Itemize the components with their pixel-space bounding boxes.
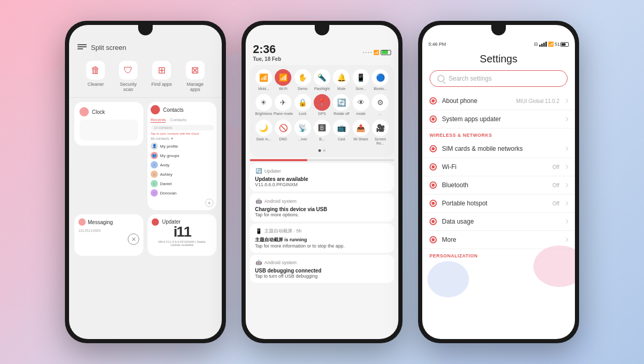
sim-cards-label: SIM cards & mobile networks (442, 145, 559, 152)
theme-notif-icon: 📱 (255, 228, 262, 235)
android-notif-icon-2: 🤖 (255, 259, 262, 266)
andy-avatar: A (151, 161, 158, 168)
wifi-chevron (564, 165, 568, 169)
qs-cast[interactable]: 📺 Cast (332, 120, 351, 146)
qs-bluetooth[interactable]: 🔵 Blueto... (371, 69, 390, 91)
wifi-radio (430, 163, 437, 171)
qs-mobile[interactable]: 📶 Mobi... (254, 69, 273, 91)
usb-charging-body: Tap for more options. (255, 212, 389, 217)
contacts-header: Contacts (151, 105, 213, 114)
clock-card[interactable]: Clock (74, 102, 143, 146)
qs-mute[interactable]: 🔔 Mute (332, 69, 351, 91)
qs-mi-share[interactable]: 📤 Mi Share (351, 120, 370, 146)
phone-1-header: Split screen (69, 40, 222, 56)
qs-brightness[interactable]: ☀ Brightness (254, 94, 273, 116)
hotspot-label: Portable hotspot (442, 200, 547, 207)
system-apps-updater-item[interactable]: System apps updater (422, 110, 575, 128)
contact-donovan[interactable]: D Donovan (151, 188, 213, 198)
i11-logo: i11 (173, 224, 191, 240)
usb-charging-notification[interactable]: 🤖 Android system Charging this device vi… (250, 193, 394, 222)
contact-andy[interactable]: A Andy (151, 160, 213, 170)
my-profile-name: My profile (160, 144, 178, 149)
updater-notification[interactable]: 🔄 Updater Updates are available V11.0.6.… (250, 163, 394, 191)
daniel-name: Daniel (160, 181, 172, 186)
updater-notif-title: Updates are available (255, 176, 389, 182)
phone-1-title: Split screen (91, 44, 126, 51)
theme-notif-header: 📱 主题自动截屏 · 5h (255, 228, 389, 235)
qs-row-3: 🌙 Dark m... 🚫 DND 📡 ...rver 🅱 B... (254, 120, 390, 146)
qs-flashlight[interactable]: 🔦 Flashlight (312, 69, 331, 91)
qs-airplane-label: Plane mode (273, 112, 292, 116)
qs-dnd[interactable]: 🚫 DND (273, 120, 292, 146)
recents-tab[interactable]: Recents (151, 118, 166, 123)
about-phone-radio (430, 97, 437, 105)
sim-cards-item[interactable]: SIM cards & mobile networks (422, 140, 575, 158)
messaging-number: 18135219889 (78, 228, 139, 233)
qs-airplane[interactable]: ✈ Plane mode (273, 94, 292, 116)
qs-cast-label: Cast (338, 137, 345, 141)
qs-screen-rec-icon: 🎥 (372, 120, 388, 136)
qs-mode[interactable]: 👁 mode (351, 94, 370, 116)
ashley-avatar: A (151, 171, 158, 178)
contact-daniel[interactable]: D Daniel (151, 179, 213, 188)
version-text: MIUI V11.0.6.0.PFGINXM | StableUpdate av… (158, 240, 206, 246)
qs-gps[interactable]: 📍 GPS (312, 94, 331, 116)
qs-gps-label: GPS (318, 112, 326, 116)
security-scan-action[interactable]: 🛡 Securityscan (119, 61, 138, 92)
qs-rotate[interactable]: 🔄 Rotate off (332, 94, 351, 116)
p2-time: 2:36 (253, 43, 281, 56)
manage-apps-action[interactable]: ⊠ Manageapps (186, 61, 205, 92)
qs-wifi-icon: 📶 (275, 69, 291, 86)
qs-server[interactable]: 📡 ...rver (293, 120, 312, 146)
wifi-item[interactable]: Wi-Fi Off (422, 158, 575, 176)
qs-flashlight-label: Flashlight (314, 87, 330, 91)
clock-dot (79, 107, 89, 116)
qs-more[interactable]: ⚙ ... (371, 94, 390, 116)
contacts-card[interactable]: Contacts Recents Contacts 14 contacts Ta… (147, 102, 217, 210)
qs-lock[interactable]: 🔒 Lock (293, 94, 312, 116)
data-usage-item[interactable]: Data usage (422, 213, 575, 231)
contacts-tab[interactable]: Contacts (170, 118, 186, 123)
p3-time: 5:46 PM (428, 42, 446, 47)
bluetooth-item[interactable]: Bluetooth Off (422, 176, 575, 194)
bluetooth-chevron (564, 183, 568, 187)
daniel-avatar: D (151, 180, 158, 187)
usb-debug-notification[interactable]: 🤖 Android system USB debugging connected… (250, 255, 394, 283)
charging-progress-bar (250, 159, 394, 161)
messaging-dot (78, 218, 86, 226)
qs-dark[interactable]: 🌙 Dark m... (254, 120, 273, 146)
messaging-expand-icon[interactable]: ✕ (128, 233, 139, 245)
theme-notif-chinese-title: 主题自动截屏 is running (255, 237, 389, 243)
theme-notification[interactable]: 📱 主题自动截屏 · 5h 主题自动截屏 is running Tap for … (250, 224, 394, 253)
updater-notif-icon: 🔄 (255, 167, 262, 175)
qs-mi-share-icon: 📤 (353, 120, 369, 136)
about-phone-item[interactable]: About phone MIUI Global 11.0.2 (422, 92, 575, 110)
contacts-label: Contacts (163, 107, 183, 113)
qs-lock-label: Lock (299, 112, 306, 116)
qs-b[interactable]: 🅱 B... (312, 120, 331, 146)
qs-wifi[interactable]: 📶 Wi-Fi (273, 69, 292, 91)
qs-screen-rec[interactable]: 🎥 Screen Re... (371, 120, 390, 146)
messaging-card[interactable]: Messaging 18135219889 ✕ (74, 214, 143, 256)
manage-apps-label: Manageapps (186, 82, 204, 92)
qs-screen-label: Scre... (356, 87, 366, 91)
signal-bars (539, 42, 547, 47)
qs-dot-1 (318, 149, 321, 152)
contact-my-profile[interactable]: 👤 My profile (151, 141, 213, 151)
qs-screen[interactable]: 📱 Scre... (351, 69, 370, 91)
updater-card[interactable]: Updater i11 MIUI V11.0.6.0.PFGINXM | Sta… (147, 214, 217, 256)
contact-my-groups[interactable]: 👥 My groups (151, 151, 213, 160)
find-apps-action[interactable]: ⊞ Find apps (152, 61, 172, 92)
hotspot-item[interactable]: Portable hotspot Off (422, 194, 575, 213)
updater-notif-header: 🔄 Updater (255, 167, 389, 175)
andy-name: Andy (160, 163, 169, 167)
qs-screen-icon: 📱 (353, 69, 369, 86)
contacts-add-icon[interactable]: + (205, 199, 213, 207)
settings-search-bar[interactable]: Search settings (430, 70, 568, 87)
contact-ashley[interactable]: A Ashley (151, 170, 213, 179)
cleaner-action[interactable]: 🗑 Cleaner (86, 61, 105, 92)
qs-demo[interactable]: ✋ Demo (293, 69, 312, 91)
qs-mode-icon: 👁 (353, 94, 369, 111)
charging-progress-fill (250, 159, 307, 161)
phone-3-screen: 5:46 PM ⊟ 📶 51 (422, 25, 575, 339)
